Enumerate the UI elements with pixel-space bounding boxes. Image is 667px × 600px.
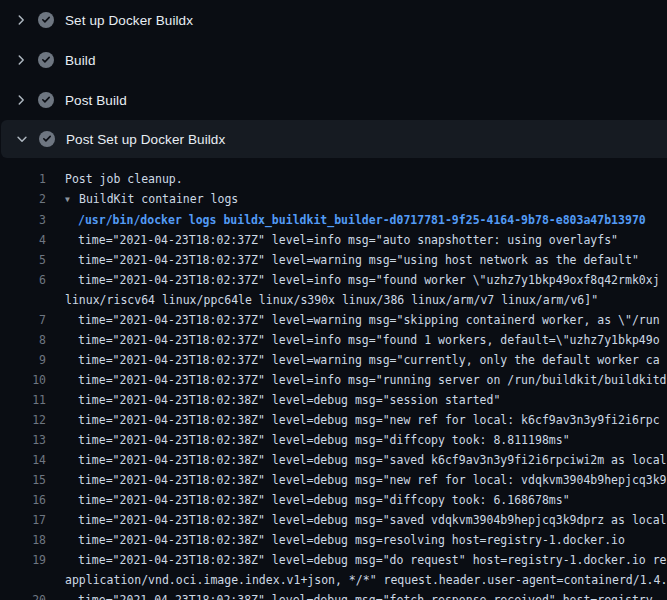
log-wrapped-text: linux/riscv64 linux/ppc64le linux/s390x …: [46, 290, 598, 310]
log-line: 8time="2021-04-23T18:02:37Z" level=info …: [0, 330, 667, 350]
log-line-number[interactable]: 12: [0, 410, 46, 430]
log-line-number[interactable]: 6: [0, 270, 46, 290]
log-text: time="2021-04-23T18:02:38Z" level=debug …: [46, 430, 570, 450]
chevron-down-icon: [14, 131, 30, 147]
log-line: 20time="2021-04-23T18:02:38Z" level=debu…: [0, 590, 667, 600]
log-line-number[interactable]: 9: [0, 350, 46, 370]
log-line: 15time="2021-04-23T18:02:38Z" level=debu…: [0, 470, 667, 490]
log-text: time="2021-04-23T18:02:38Z" level=debug …: [46, 590, 660, 600]
log-wrapped-text: application/vnd.oci.image.index.v1+json,…: [46, 570, 667, 590]
log-text: time="2021-04-23T18:02:37Z" level=warnin…: [46, 350, 660, 370]
log-line-number[interactable]: 11: [0, 390, 46, 410]
log-text: time="2021-04-23T18:02:38Z" level=debug …: [46, 550, 667, 570]
log-text: time="2021-04-23T18:02:37Z" level=info m…: [46, 270, 660, 290]
log-line: 10time="2021-04-23T18:02:37Z" level=info…: [0, 370, 667, 390]
step-label: Post Build: [65, 93, 127, 108]
check-circle-icon: [38, 52, 54, 68]
log-line: 11time="2021-04-23T18:02:38Z" level=debu…: [0, 390, 667, 410]
steps-list: Set up Docker BuildxBuildPost BuildPost …: [0, 0, 667, 158]
log-group-label: BuildKit container logs: [79, 192, 238, 206]
step-label: Set up Docker Buildx: [65, 13, 193, 28]
log-text: time="2021-04-23T18:02:37Z" level=info m…: [46, 330, 660, 350]
actions-log-viewer: { "colors": { "background": "#0a0d13", "…: [0, 0, 667, 600]
log-line: application/vnd.oci.image.index.v1+json,…: [0, 570, 667, 590]
log-line-number[interactable]: 4: [0, 230, 46, 250]
log-line: 7time="2021-04-23T18:02:37Z" level=warni…: [0, 310, 667, 330]
log-text: time="2021-04-23T18:02:38Z" level=debug …: [46, 530, 625, 550]
log-text: time="2021-04-23T18:02:37Z" level=warnin…: [46, 310, 660, 330]
log-line: 19time="2021-04-23T18:02:38Z" level=debu…: [0, 550, 667, 570]
check-circle-icon: [39, 131, 55, 147]
log-line: 12time="2021-04-23T18:02:38Z" level=debu…: [0, 410, 667, 430]
log-line: 5time="2021-04-23T18:02:37Z" level=warni…: [0, 250, 667, 270]
log-line-number: [0, 570, 46, 590]
log-line-number[interactable]: 15: [0, 470, 46, 490]
log-text: time="2021-04-23T18:02:38Z" level=debug …: [46, 470, 667, 490]
log-line-number[interactable]: 19: [0, 550, 46, 570]
chevron-right-icon: [13, 12, 29, 28]
log-text: time="2021-04-23T18:02:37Z" level=info m…: [46, 230, 618, 250]
log-text: time="2021-04-23T18:02:38Z" level=debug …: [46, 490, 570, 510]
step-row-post-set-up-docker-buildx[interactable]: Post Set up Docker Buildx: [1, 120, 667, 158]
step-row-build[interactable]: Build: [0, 40, 667, 80]
log-line-number[interactable]: 16: [0, 490, 46, 510]
check-circle-icon: [38, 12, 54, 28]
step-label: Post Set up Docker Buildx: [66, 132, 225, 147]
log-line-number[interactable]: 10: [0, 370, 46, 390]
step-label: Build: [65, 53, 96, 68]
log-text: time="2021-04-23T18:02:37Z" level=warnin…: [46, 250, 639, 270]
log-line-number[interactable]: 2: [0, 189, 46, 210]
step-row-post-build[interactable]: Post Build: [0, 80, 667, 120]
log-text: Post job cleanup.: [46, 169, 183, 189]
log-command-text: /usr/bin/docker logs buildx_buildkit_bui…: [46, 210, 646, 230]
log-text: time="2021-04-23T18:02:37Z" level=info m…: [46, 370, 667, 390]
log-line-number: [0, 290, 46, 310]
log-line: 13time="2021-04-23T18:02:38Z" level=debu…: [0, 430, 667, 450]
log-text: time="2021-04-23T18:02:38Z" level=debug …: [46, 510, 667, 530]
log-line-number[interactable]: 5: [0, 250, 46, 270]
log-line: 1Post job cleanup.: [0, 169, 667, 189]
log-line: 9time="2021-04-23T18:02:37Z" level=warni…: [0, 350, 667, 370]
step-row-set-up-docker-buildx[interactable]: Set up Docker Buildx: [0, 0, 667, 40]
log-line-number[interactable]: 8: [0, 330, 46, 350]
chevron-right-icon: [13, 52, 29, 68]
log-line: 16time="2021-04-23T18:02:38Z" level=debu…: [0, 490, 667, 510]
chevron-right-icon: [13, 92, 29, 108]
log-line: linux/riscv64 linux/ppc64le linux/s390x …: [0, 290, 667, 310]
log-line: 4time="2021-04-23T18:02:37Z" level=info …: [0, 230, 667, 250]
log-line: 18time="2021-04-23T18:02:38Z" level=debu…: [0, 530, 667, 550]
log-line-number[interactable]: 17: [0, 510, 46, 530]
log-line-number[interactable]: 7: [0, 310, 46, 330]
log-line: 2▼BuildKit container logs: [0, 189, 667, 210]
log-line-number[interactable]: 18: [0, 530, 46, 550]
log-line: 14time="2021-04-23T18:02:38Z" level=debu…: [0, 450, 667, 470]
log-line: 17time="2021-04-23T18:02:38Z" level=debu…: [0, 510, 667, 530]
log-line-number[interactable]: 13: [0, 430, 46, 450]
log-line-number[interactable]: 1: [0, 169, 46, 189]
log-line: 3/usr/bin/docker logs buildx_buildkit_bu…: [0, 210, 667, 230]
log-lines-container: 1Post job cleanup.2▼BuildKit container l…: [0, 158, 667, 600]
check-circle-icon: [38, 92, 54, 108]
log-line-number[interactable]: 14: [0, 450, 46, 470]
log-text: time="2021-04-23T18:02:38Z" level=debug …: [46, 410, 660, 430]
log-line-number[interactable]: 20: [0, 590, 46, 600]
log-text: time="2021-04-23T18:02:38Z" level=debug …: [46, 390, 500, 410]
log-line: 6time="2021-04-23T18:02:37Z" level=info …: [0, 270, 667, 290]
log-line-number[interactable]: 3: [0, 210, 46, 230]
group-caret-down-icon[interactable]: ▼: [65, 190, 79, 210]
log-text: time="2021-04-23T18:02:38Z" level=debug …: [46, 450, 667, 470]
log-group-toggle[interactable]: ▼BuildKit container logs: [46, 189, 238, 210]
